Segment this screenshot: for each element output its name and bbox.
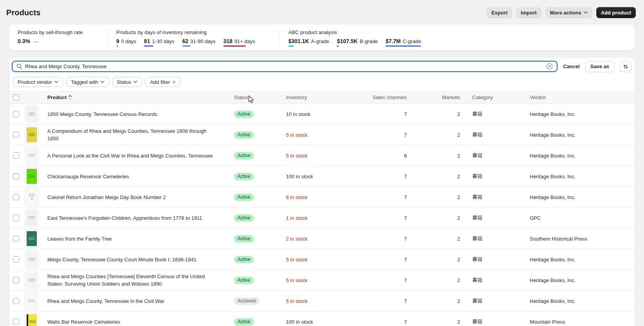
inventory-cell: 100 in stock (286, 319, 345, 325)
book-cover (27, 293, 37, 308)
search-query-field[interactable] (25, 63, 543, 69)
save-as-button[interactable]: Save as (585, 61, 614, 72)
stat-value: 62 (182, 38, 189, 44)
filter-pill-label: Add filter (150, 79, 170, 85)
select-all-checkbox[interactable] (13, 94, 19, 101)
sort-button[interactable] (620, 61, 631, 72)
metric-stat[interactable]: $107.5K B-grade (337, 38, 378, 47)
category-cell: 書籍 (460, 277, 530, 284)
markets-cell: 2 (407, 153, 460, 159)
row-checkbox[interactable] (13, 111, 19, 117)
filter-pill[interactable]: Status (112, 77, 142, 87)
metric-title: Products by sell-through rate (18, 29, 99, 35)
column-header-category: Category (460, 94, 530, 100)
metric-stat[interactable]: 62 31-90 days (182, 38, 216, 47)
column-header-product[interactable]: Product (47, 94, 234, 100)
product-thumbnail (25, 209, 39, 227)
markets-cell: 2 (407, 319, 460, 325)
row-checkbox[interactable] (13, 277, 19, 283)
table-header-row: Product Status Inventory Sales channels … (9, 91, 635, 104)
page-header: Products Export Import More actions Add … (0, 0, 644, 20)
row-checkbox[interactable] (13, 256, 19, 263)
markets-cell: 2 (407, 174, 460, 179)
crossed-swords-glyph: ✕ (31, 197, 33, 201)
column-header-status: Status (234, 94, 286, 100)
table-row[interactable]: A Personal Look at the Civil War in Rhea… (9, 145, 635, 166)
row-checkbox[interactable] (13, 173, 19, 179)
product-thumbnail (25, 271, 39, 289)
filter-pill-label: Tagged with (71, 79, 98, 85)
vendor-cell: Heritage Books, Inc. (530, 132, 635, 138)
header-actions: Export Import More actions Add product (487, 7, 636, 18)
clear-search-icon[interactable] (546, 63, 553, 70)
stat-underline-bar (144, 45, 153, 47)
column-header-sales-channels: Sales channels (345, 94, 407, 100)
row-checkbox[interactable] (13, 298, 19, 304)
sell-through-value[interactable]: 0.3% (18, 38, 30, 44)
product-thumbnail (25, 126, 39, 144)
table-row[interactable]: East Tennessee's Forgotten Children, App… (9, 208, 635, 228)
table-row[interactable]: ✕ Colonel Return Jonathan Meigs Day Book… (9, 187, 635, 208)
markets-cell: 2 (407, 132, 460, 138)
inventory-cell: 5 in stock (286, 257, 345, 263)
sales-channels-cell: 6 (345, 153, 407, 159)
export-button[interactable]: Export (487, 7, 512, 18)
row-checkbox[interactable] (13, 319, 19, 325)
product-title-link[interactable]: Meigs County, Tennessee County Court Min… (47, 256, 234, 263)
metric-title: ABC product analysis (288, 29, 626, 35)
row-checkbox[interactable] (13, 194, 19, 200)
product-thumbnail (25, 167, 39, 185)
product-title-link[interactable]: 1850 Meigs County, Tennessee Census Reco… (47, 110, 234, 118)
metric-stat[interactable]: $7.7M C-grade (385, 38, 421, 47)
row-checkbox[interactable] (13, 152, 19, 159)
filter-pill[interactable]: Tagged with (66, 77, 109, 87)
product-thumbnail (25, 147, 39, 165)
product-title-link[interactable]: Leaves from the Family Tree (47, 235, 234, 243)
metric-stat[interactable]: 9 0 days (116, 38, 136, 47)
row-checkbox[interactable] (13, 215, 19, 221)
metric-stat[interactable]: 318 91+ days (223, 38, 255, 47)
book-cover: ✕ (27, 190, 37, 205)
more-actions-label: More actions (550, 10, 581, 16)
table-row[interactable]: A Compendium of Rhea and Meigs Counties,… (9, 125, 635, 145)
product-title-link[interactable]: Rhea and Meigs Counties [Tennessee] Elev… (47, 273, 234, 288)
table-row[interactable]: Rhea and Meigs County, Tennessee in the … (9, 291, 635, 312)
cancel-button[interactable]: Cancel (563, 63, 580, 69)
vendor-cell: Heritage Books, Inc. (530, 277, 635, 283)
search-input[interactable] (12, 61, 558, 72)
product-thumbnail (25, 250, 39, 268)
import-button[interactable]: Import (516, 7, 541, 18)
book-cover (27, 273, 37, 288)
product-thumbnail (25, 313, 39, 326)
product-title-link[interactable]: A Personal Look at the Civil War in Rhea… (47, 152, 234, 159)
products-table-card: Cancel Save as Product vendor Tagged wit… (9, 58, 635, 326)
search-row: Cancel Save as (9, 58, 635, 75)
filter-pill[interactable]: Add filter + (145, 77, 180, 87)
table-row[interactable]: Meigs County, Tennessee County Court Min… (9, 249, 635, 270)
row-checkbox[interactable] (13, 235, 19, 242)
product-title-link[interactable]: A Compendium of Rhea and Meigs Counties,… (47, 127, 234, 142)
markets-cell: 2 (407, 111, 460, 117)
table-row[interactable]: 1850 Meigs County, Tennessee Census Reco… (9, 104, 635, 125)
metric-stat[interactable]: 81 1-30 days (144, 38, 174, 47)
table-row[interactable]: Rhea and Meigs Counties [Tennessee] Elev… (9, 270, 635, 291)
product-title-link[interactable]: Chickamauga Reservoir Cemeteries (47, 173, 234, 180)
column-header-inventory: Inventory (286, 94, 345, 100)
table-row[interactable]: Watts Bar Reservoir Cemeteries Active 10… (9, 312, 635, 326)
table-row[interactable]: Chickamauga Reservoir Cemeteries Active … (9, 166, 635, 187)
filter-pill[interactable]: Product vendor (13, 77, 63, 87)
sales-channels-cell: 7 (345, 277, 407, 283)
more-actions-button[interactable]: More actions (545, 7, 592, 18)
column-header-markets: Markets (407, 94, 460, 100)
product-title-link[interactable]: Colonel Return Jonathan Meigs Day Book N… (47, 194, 234, 201)
row-checkbox[interactable] (13, 132, 19, 138)
metric-stat[interactable]: $301.1K A-grade (288, 38, 329, 47)
vendor-cell: Heritage Books, Inc. (530, 257, 635, 263)
status-badge: Active (234, 131, 254, 139)
sales-channels-cell: 7 (345, 319, 407, 325)
add-product-button[interactable]: Add product (596, 7, 636, 18)
table-row[interactable]: Leaves from the Family Tree Active 2 in … (9, 228, 635, 249)
product-title-link[interactable]: Watts Bar Reservoir Cemeteries (47, 318, 234, 326)
product-title-link[interactable]: Rhea and Meigs County, Tennessee in the … (47, 297, 234, 305)
product-title-link[interactable]: East Tennessee's Forgotten Children, App… (47, 214, 234, 222)
